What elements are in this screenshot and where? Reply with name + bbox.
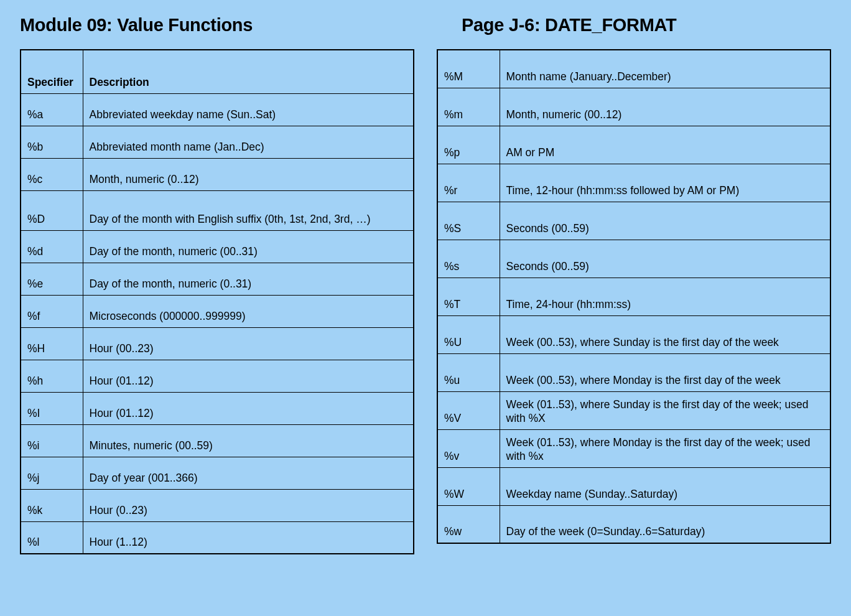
description-cell: Time, 24-hour (hh:mm:ss) bbox=[500, 278, 830, 315]
left-column: Module 09: Value Functions Specifier Des… bbox=[20, 15, 414, 554]
description-cell: Week (01..53), where Monday is the first… bbox=[500, 429, 830, 467]
description-cell: Day of the month with English suffix (0t… bbox=[83, 190, 414, 230]
specifier-cell: %v bbox=[437, 429, 500, 467]
left-header-description: Description bbox=[83, 50, 414, 93]
table-row: %HHour (00..23) bbox=[21, 327, 414, 360]
specifier-cell: %i bbox=[21, 424, 83, 457]
specifier-cell: %j bbox=[21, 457, 83, 489]
table-row: %wDay of the week (0=Sunday..6=Saturday) bbox=[437, 505, 830, 543]
left-heading: Module 09: Value Functions bbox=[20, 15, 414, 35]
specifier-cell: %c bbox=[21, 158, 83, 190]
table-row: %pAM or PM bbox=[437, 126, 830, 164]
description-cell: Time, 12-hour (hh:mm:ss followed by AM o… bbox=[500, 164, 830, 202]
specifier-cell: %f bbox=[21, 295, 83, 327]
left-table: Specifier Description %aAbbreviated week… bbox=[20, 49, 414, 554]
table-row: %cMonth, numeric (0..12) bbox=[21, 158, 414, 190]
specifier-cell: %r bbox=[437, 164, 500, 202]
table-row: %jDay of year (001..366) bbox=[21, 457, 414, 489]
specifier-cell: %T bbox=[437, 278, 500, 315]
table-row: %hHour (01..12) bbox=[21, 360, 414, 392]
description-cell: Week (00..53), where Monday is the first… bbox=[500, 353, 830, 391]
specifier-cell: %h bbox=[21, 360, 83, 392]
specifier-cell: %U bbox=[437, 315, 500, 353]
description-cell: Hour (0..23) bbox=[83, 489, 414, 521]
description-cell: Abbreviated month name (Jan..Dec) bbox=[83, 126, 414, 158]
specifier-cell: %d bbox=[21, 230, 83, 263]
table-row: %bAbbreviated month name (Jan..Dec) bbox=[21, 126, 414, 158]
description-cell: Hour (01..12) bbox=[83, 360, 414, 392]
table-row: %sSeconds (00..59) bbox=[437, 240, 830, 278]
description-cell: Week (01..53), where Sunday is the first… bbox=[500, 391, 830, 429]
table-row: %DDay of the month with English suffix (… bbox=[21, 190, 414, 230]
specifier-cell: %D bbox=[21, 190, 83, 230]
description-cell: Minutes, numeric (00..59) bbox=[83, 424, 414, 457]
description-cell: AM or PM bbox=[500, 126, 830, 164]
table-row: %VWeek (01..53), where Sunday is the fir… bbox=[437, 391, 830, 429]
right-column: Page J-6: DATE_FORMAT %MMonth name (Janu… bbox=[437, 15, 831, 554]
specifier-cell: %m bbox=[437, 88, 500, 126]
specifier-cell: %W bbox=[437, 467, 500, 505]
description-cell: Day of the month, numeric (00..31) bbox=[83, 230, 414, 263]
description-cell: Weekday name (Sunday..Saturday) bbox=[500, 467, 830, 505]
specifier-cell: %p bbox=[437, 126, 500, 164]
table-row: %dDay of the month, numeric (00..31) bbox=[21, 230, 414, 263]
description-cell: Day of the week (0=Sunday..6=Saturday) bbox=[500, 505, 830, 543]
table-row: %iMinutes, numeric (00..59) bbox=[21, 424, 414, 457]
specifier-cell: %I bbox=[21, 392, 83, 424]
table-row: %TTime, 24-hour (hh:mm:ss) bbox=[437, 278, 830, 315]
table-row: %rTime, 12-hour (hh:mm:ss followed by AM… bbox=[437, 164, 830, 202]
description-cell: Hour (00..23) bbox=[83, 327, 414, 360]
left-header-specifier: Specifier bbox=[21, 50, 83, 93]
specifier-cell: %s bbox=[437, 240, 500, 278]
table-row: %mMonth, numeric (00..12) bbox=[437, 88, 830, 126]
specifier-cell: %H bbox=[21, 327, 83, 360]
table-row: %kHour (0..23) bbox=[21, 489, 414, 521]
description-cell: Day of the month, numeric (0..31) bbox=[83, 263, 414, 295]
table-row: %WWeekday name (Sunday..Saturday) bbox=[437, 467, 830, 505]
description-cell: Month name (January..December) bbox=[500, 50, 830, 88]
description-cell: Seconds (00..59) bbox=[500, 202, 830, 240]
description-cell: Day of year (001..366) bbox=[83, 457, 414, 489]
description-cell: Hour (01..12) bbox=[83, 392, 414, 424]
specifier-cell: %V bbox=[437, 391, 500, 429]
table-row: %vWeek (01..53), where Monday is the fir… bbox=[437, 429, 830, 467]
table-row: %SSeconds (00..59) bbox=[437, 202, 830, 240]
table-row: %uWeek (00..53), where Monday is the fir… bbox=[437, 353, 830, 391]
description-cell: Week (00..53), where Sunday is the first… bbox=[500, 315, 830, 353]
table-row: %aAbbreviated weekday name (Sun..Sat) bbox=[21, 93, 414, 126]
description-cell: Month, numeric (0..12) bbox=[83, 158, 414, 190]
specifier-cell: %M bbox=[437, 50, 500, 88]
specifier-cell: %w bbox=[437, 505, 500, 543]
table-row: %MMonth name (January..December) bbox=[437, 50, 830, 88]
specifier-cell: %k bbox=[21, 489, 83, 521]
specifier-cell: %b bbox=[21, 126, 83, 158]
table-row: %fMicroseconds (000000..999999) bbox=[21, 295, 414, 327]
specifier-cell: %e bbox=[21, 263, 83, 295]
description-cell: Microseconds (000000..999999) bbox=[83, 295, 414, 327]
description-cell: Hour (1..12) bbox=[83, 521, 414, 554]
right-heading: Page J-6: DATE_FORMAT bbox=[462, 15, 831, 35]
specifier-cell: %u bbox=[437, 353, 500, 391]
description-cell: Month, numeric (00..12) bbox=[500, 88, 830, 126]
right-table: %MMonth name (January..December)%mMonth,… bbox=[437, 49, 831, 544]
specifier-cell: %l bbox=[21, 521, 83, 554]
table-row: %UWeek (00..53), where Sunday is the fir… bbox=[437, 315, 830, 353]
description-cell: Abbreviated weekday name (Sun..Sat) bbox=[83, 93, 414, 126]
table-row: %IHour (01..12) bbox=[21, 392, 414, 424]
specifier-cell: %a bbox=[21, 93, 83, 126]
table-row: %eDay of the month, numeric (0..31) bbox=[21, 263, 414, 295]
specifier-cell: %S bbox=[437, 202, 500, 240]
table-row: %lHour (1..12) bbox=[21, 521, 414, 554]
description-cell: Seconds (00..59) bbox=[500, 240, 830, 278]
